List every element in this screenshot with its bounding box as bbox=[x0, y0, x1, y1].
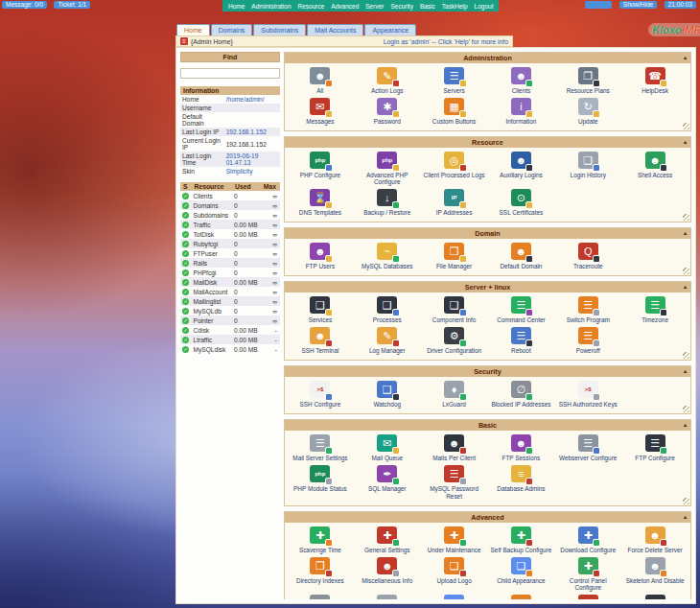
sql-manager-item[interactable]: ✒SQL Manager bbox=[354, 465, 421, 499]
collapse-icon[interactable]: ▴ bbox=[684, 54, 687, 60]
disable-policy-item[interactable]: ☻Disable Policy bbox=[421, 595, 488, 599]
command-center-item[interactable]: ☰Command Center bbox=[488, 296, 555, 323]
resource-name[interactable]: Mailinglist bbox=[192, 296, 233, 306]
log-manager-item[interactable]: ✎Log Manager bbox=[354, 327, 421, 354]
collapse-icon[interactable]: ▴ bbox=[684, 421, 687, 428]
info-value[interactable]: 192.168.1.152 bbox=[224, 128, 280, 136]
collapse-icon[interactable]: ▴ bbox=[684, 513, 687, 520]
ip-addresses-item[interactable]: IPIP Addresses bbox=[421, 189, 488, 216]
menu-item-help[interactable]: Help bbox=[455, 3, 467, 10]
status-badge[interactable] bbox=[585, 1, 612, 9]
general-settings-item[interactable]: ✚General Settings bbox=[354, 526, 421, 553]
child-appearance-item[interactable]: ❏Child Appearance bbox=[488, 557, 555, 591]
resize-handle[interactable] bbox=[683, 268, 689, 274]
menu-item-resource[interactable]: Resource bbox=[298, 3, 325, 10]
reboot-item[interactable]: ☰Reboot bbox=[488, 327, 555, 354]
resource-name[interactable]: Traffic bbox=[192, 220, 233, 229]
resize-handle[interactable] bbox=[683, 214, 689, 221]
home-icon[interactable]: ≡ bbox=[180, 37, 188, 45]
custom-buttons-item[interactable]: ▦Custom Buttons bbox=[421, 98, 488, 125]
info-value[interactable]: /home/admin/ bbox=[224, 95, 280, 104]
self-backup-configure-item[interactable]: ✚Self Backup Configure bbox=[488, 526, 555, 553]
login-history-item[interactable]: ❑Login History bbox=[554, 152, 621, 185]
php-module-status-item[interactable]: phpPHP Module Status bbox=[287, 465, 354, 499]
resource-name[interactable]: TotDisk bbox=[192, 229, 233, 239]
resource-name[interactable]: Subdomains bbox=[192, 210, 233, 220]
under-maintenance-item[interactable]: ✚Under Maintenance bbox=[421, 526, 488, 553]
ssh-terminal-item[interactable]: ☻SSH Terminal bbox=[287, 327, 354, 354]
services-item[interactable]: ❑Services bbox=[287, 296, 354, 323]
tab-mail-accounts[interactable]: Mail Accounts bbox=[307, 24, 363, 35]
driver-configuration-item[interactable]: ⚙Driver Configuration bbox=[421, 327, 488, 354]
watchdog-item[interactable]: ❑Watchdog bbox=[354, 381, 421, 408]
notification-item[interactable]: ◉Notification bbox=[354, 595, 421, 599]
resource-name[interactable]: Domains bbox=[192, 200, 233, 210]
resource-plans-item[interactable]: ❐Resource Plans bbox=[554, 67, 621, 94]
php-configure-item[interactable]: phpPHP Configure bbox=[287, 152, 354, 185]
resource-name[interactable]: MySQLdisk bbox=[192, 344, 233, 354]
password-item[interactable]: ✱Password bbox=[354, 98, 421, 125]
miscellaneous-info-item[interactable]: ☻Miscellaneous Info bbox=[354, 557, 421, 591]
collapse-icon[interactable]: ▴ bbox=[684, 283, 687, 290]
secondary-slave-dns-configures-item[interactable]: ⊙Secondary/Slave DNS Configures bbox=[554, 595, 621, 599]
switch-program-item[interactable]: ☰Switch Program bbox=[554, 296, 621, 323]
mail-queue-item[interactable]: ✉Mail Queue bbox=[354, 434, 421, 461]
mysql-password-reset-item[interactable]: ☰MySQL Password Reset bbox=[421, 465, 488, 499]
collapse-icon[interactable]: ▴ bbox=[684, 138, 687, 145]
tab-home[interactable]: Home bbox=[176, 24, 210, 35]
resource-name[interactable]: Clients bbox=[192, 191, 233, 200]
messages-badge[interactable]: Message: 0/0 bbox=[2, 1, 47, 9]
file-manager-item[interactable]: ❒File Manager bbox=[421, 243, 488, 269]
ssl-certificates-item[interactable]: ⊙SSL Certificates bbox=[488, 189, 555, 216]
resource-name[interactable]: Cdisk bbox=[192, 325, 233, 335]
skeleton-and-disable-item[interactable]: ☻Skeleton And Disable bbox=[621, 557, 688, 591]
update-item[interactable]: ↻Update bbox=[554, 98, 621, 125]
collapse-icon[interactable]: ▴ bbox=[684, 367, 687, 374]
force-delete-server-item[interactable]: ☻Force Delete Server bbox=[621, 526, 688, 553]
default-domain-item[interactable]: ☻Default Domain bbox=[488, 243, 555, 269]
tab-subdomains[interactable]: Subdomains bbox=[253, 24, 306, 35]
resize-handle[interactable] bbox=[683, 123, 689, 129]
information-item[interactable]: iInformation bbox=[488, 98, 555, 125]
backup-restore-item[interactable]: ↓Backup / Restore bbox=[354, 189, 421, 216]
menu-item-administration[interactable]: Administration bbox=[251, 3, 291, 10]
ssh-authorized-keys-item[interactable]: >$SSH Authorized Keys bbox=[554, 381, 621, 408]
dns-templates-item[interactable]: ⌛DNS Templates bbox=[287, 189, 354, 216]
login-help-note[interactable]: Login as 'admin' -- Click 'Help' for mor… bbox=[384, 38, 508, 45]
find-input[interactable] bbox=[180, 68, 280, 79]
blocked-ip-addresses-item[interactable]: ∅Blocked IP Addresses bbox=[488, 381, 555, 408]
resource-name[interactable]: MySQLdb bbox=[192, 306, 233, 316]
client-processed-logs-item[interactable]: ◎Client Processed Logs bbox=[421, 152, 488, 185]
messages-item[interactable]: ✉Messages bbox=[287, 98, 354, 125]
mysql-databases-item[interactable]: ~MySQL Databases bbox=[354, 243, 421, 269]
download-configure-item[interactable]: ✚Download Configure bbox=[554, 526, 621, 553]
ftp-configure-item[interactable]: ☰FTP Configure bbox=[621, 434, 688, 461]
show-hide-toggle[interactable]: Show/Hide bbox=[619, 1, 657, 9]
timezone-item[interactable]: ☰Timezone bbox=[621, 296, 688, 323]
resource-name[interactable]: Rails bbox=[192, 258, 233, 268]
resource-name[interactable]: Pointer bbox=[192, 316, 233, 325]
sendmail-to-bans-item[interactable]: ✉Sendmail to bans bbox=[621, 595, 688, 599]
resize-handle[interactable] bbox=[683, 406, 689, 412]
tab-appearance[interactable]: Appearance bbox=[364, 24, 416, 35]
resource-name[interactable]: FTPuser bbox=[192, 248, 233, 258]
resource-name[interactable]: Rubyfcgi bbox=[192, 239, 233, 248]
tab-domains[interactable]: Domains bbox=[211, 24, 253, 35]
resize-handle[interactable] bbox=[683, 352, 689, 359]
helpdesk-item[interactable]: ☎HelpDesk bbox=[621, 67, 688, 94]
shell-access-item[interactable]: ☻Shell Access bbox=[621, 152, 688, 185]
upload-logo-item[interactable]: ❏Upload Logo bbox=[421, 557, 488, 591]
resource-name[interactable]: MailDisk bbox=[192, 277, 233, 287]
database-admins-item[interactable]: ≡Database Admins bbox=[488, 465, 555, 499]
action-logs-item[interactable]: ✎Action Logs bbox=[354, 67, 421, 94]
ssh-configure-item[interactable]: >$SSH Configure bbox=[287, 381, 354, 408]
webserver-configure-item[interactable]: ☰Webserver Configure bbox=[554, 434, 621, 461]
blocked-logins-item[interactable]: ∅Blocked Logins bbox=[287, 595, 354, 599]
resource-name[interactable]: PHPfcgi bbox=[192, 268, 233, 277]
ftp-sessions-item[interactable]: ☻FTP Sessions bbox=[488, 434, 555, 461]
collapse-icon[interactable]: ▴ bbox=[684, 229, 687, 236]
login-options-item[interactable]: ❏Login Options bbox=[488, 595, 555, 599]
processes-item[interactable]: ❑Processes bbox=[354, 296, 421, 323]
advanced-php-configure-item[interactable]: phpAdvanced PHP Configure bbox=[354, 152, 421, 185]
lxguard-item[interactable]: ♦LxGuard bbox=[421, 381, 488, 408]
